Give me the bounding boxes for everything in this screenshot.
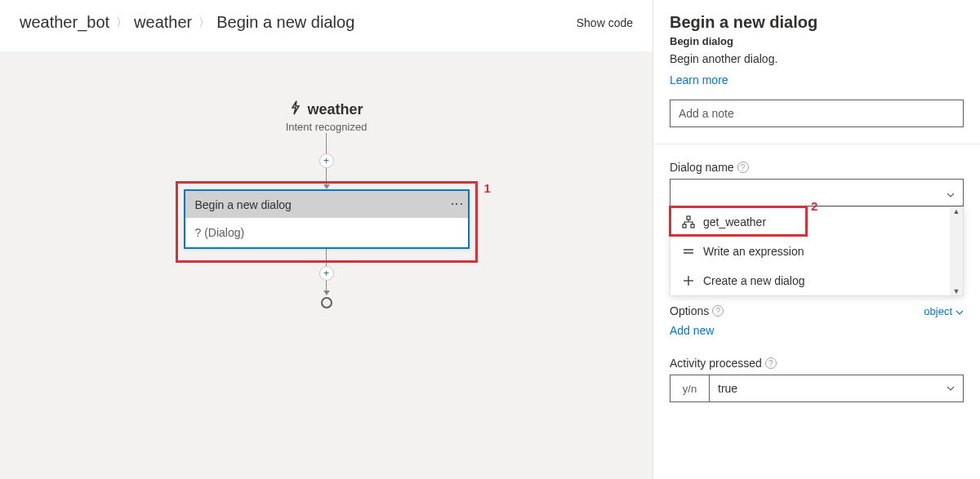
section-divider <box>653 144 980 144</box>
panel-title: Begin a new dialog <box>670 13 964 32</box>
dialog-node[interactable]: Begin a new dialog ⋮ ? (Dialog) <box>184 189 470 249</box>
dialog-name-label: Dialog name ? <box>670 161 964 174</box>
options-label: Options ? <box>670 304 724 317</box>
panel-description: Begin another dialog. <box>670 52 964 65</box>
add-action-button[interactable]: + <box>319 266 334 281</box>
add-new-option-link[interactable]: Add new <box>670 324 714 337</box>
breadcrumb-item[interactable]: weather_bot <box>20 13 109 32</box>
dialog-node-body: ? (Dialog) <box>185 218 468 247</box>
activity-processed-value[interactable]: true <box>710 375 938 401</box>
trigger-subtitle: Intent recognized <box>286 121 368 133</box>
options-type-selector[interactable]: object <box>924 305 964 317</box>
chevron-right-icon: 〉 <box>198 16 210 30</box>
help-icon[interactable]: ? <box>712 305 724 317</box>
chevron-down-icon <box>947 188 955 197</box>
options-type-text: object <box>924 305 952 317</box>
dropdown-item-get-weather[interactable]: 2 get_weather <box>670 207 963 237</box>
dropdown-item-expression[interactable]: Write an expression <box>670 237 963 266</box>
field-label-text: Dialog name <box>670 161 734 174</box>
dropdown-item-label: Create a new dialog <box>703 274 805 287</box>
plus-icon <box>682 274 695 287</box>
annotation-number-1: 1 <box>484 181 491 195</box>
properties-panel: Begin a new dialog Begin dialog Begin an… <box>653 0 980 479</box>
dropdown-scrollbar[interactable]: ▲ ▼ <box>950 207 963 295</box>
dialog-name-dropdown: 2 get_weather Write an expression Create… <box>670 206 964 296</box>
svg-rect-0 <box>687 216 690 220</box>
yn-prefix: y/n <box>670 375 710 401</box>
chevron-down-icon[interactable] <box>938 375 963 401</box>
expression-icon <box>682 245 695 258</box>
dropdown-item-label: Write an expression <box>703 245 804 258</box>
panel-subtype: Begin dialog <box>670 35 964 47</box>
end-node-icon <box>321 297 332 308</box>
hierarchy-icon <box>682 215 695 228</box>
annotation-number-2: 2 <box>811 199 817 213</box>
svg-rect-1 <box>683 224 686 228</box>
activity-processed-field[interactable]: y/n true <box>670 375 964 402</box>
connector-line <box>326 167 327 185</box>
breadcrumb-item[interactable]: weather <box>134 13 192 32</box>
help-icon[interactable]: ? <box>765 357 777 369</box>
more-menu-icon[interactable]: ⋮ <box>455 197 458 211</box>
activity-processed-label: Activity processed ? <box>670 357 964 370</box>
lightning-icon <box>289 100 302 119</box>
note-input[interactable] <box>670 100 964 127</box>
scroll-up-icon[interactable]: ▲ <box>953 207 960 215</box>
trigger-node[interactable]: weather <box>289 100 363 119</box>
header-bar: weather_bot 〉 weather 〉 Begin a new dial… <box>0 0 653 51</box>
help-icon[interactable]: ? <box>737 162 749 173</box>
field-label-text: Activity processed <box>670 357 762 370</box>
dropdown-item-create-dialog[interactable]: Create a new dialog <box>670 266 963 295</box>
field-label-text: Options <box>670 304 709 317</box>
connector-line <box>326 280 327 291</box>
dialog-node-header[interactable]: Begin a new dialog ⋮ <box>185 191 468 218</box>
breadcrumb-item-current: Begin a new dialog <box>216 13 354 32</box>
design-canvas[interactable]: weather Intent recognized + 1 Begin a ne… <box>0 51 653 479</box>
trigger-name: weather <box>307 101 363 118</box>
show-code-button[interactable]: Show code <box>577 16 633 29</box>
add-action-button[interactable]: + <box>319 153 334 168</box>
node-title: Begin a new dialog <box>195 198 292 211</box>
scroll-down-icon[interactable]: ▼ <box>953 287 960 295</box>
connector-line <box>326 133 327 154</box>
chevron-down-icon <box>956 307 964 315</box>
breadcrumb: weather_bot 〉 weather 〉 Begin a new dial… <box>20 13 354 32</box>
arrow-down-icon <box>323 291 330 295</box>
connector-line <box>326 249 327 267</box>
chevron-right-icon: 〉 <box>116 16 127 30</box>
learn-more-link[interactable]: Learn more <box>670 73 728 86</box>
dropdown-item-label: get_weather <box>703 215 766 228</box>
svg-rect-2 <box>691 224 694 228</box>
